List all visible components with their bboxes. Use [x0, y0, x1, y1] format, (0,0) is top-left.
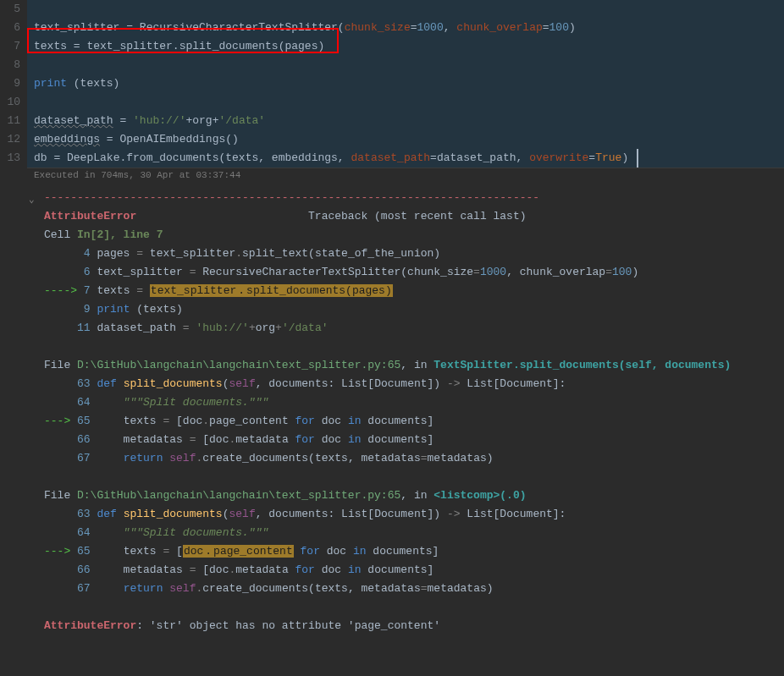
error-name-final: AttributeError — [44, 619, 136, 632]
execution-info: Executed in 704ms, 30 Apr at 03:37:44 — [27, 168, 784, 182]
line-number: 11 — [0, 112, 27, 130]
code-line-7[interactable]: texts = text_splitter.split_documents(pa… — [27, 37, 784, 56]
code-line-10[interactable] — [27, 93, 784, 112]
line-number: 12 — [0, 130, 27, 149]
chevron-down-icon[interactable]: ⌄ — [29, 194, 35, 205]
code-line-13[interactable]: db = DeepLake.from_documents(texts, embe… — [27, 149, 784, 168]
line-number: 9 — [0, 74, 27, 93]
code-line-12[interactable]: embeddings = OpenAIEmbeddings() — [27, 130, 784, 149]
line-number: 6 — [0, 19, 27, 37]
error-name: AttributeError — [44, 210, 136, 223]
code-line-5[interactable] — [27, 0, 784, 19]
code-line-8[interactable] — [27, 56, 784, 74]
output-panel[interactable]: ⌄ --------------------------------------… — [27, 182, 784, 676]
code-line-9[interactable]: print (texts) — [27, 74, 784, 93]
caret — [637, 149, 638, 168]
line-number: 5 — [0, 0, 27, 19]
code-editor[interactable]: 5 6 7 8 9 10 11 12 13 text_splitter = Re… — [0, 0, 784, 182]
line-number-gutter: 5 6 7 8 9 10 11 12 13 — [0, 0, 27, 168]
code-lines[interactable]: text_splitter = RecursiveCharacterTextSp… — [27, 0, 784, 168]
line-number: 13 — [0, 149, 27, 168]
separator: ----------------------------------------… — [44, 191, 539, 204]
code-line-6[interactable]: text_splitter = RecursiveCharacterTextSp… — [27, 19, 784, 37]
line-number: 8 — [0, 56, 27, 74]
line-number: 10 — [0, 93, 27, 112]
code-line-11[interactable]: dataset_path = 'hub://'+org+'/data' — [27, 112, 784, 130]
line-number: 7 — [0, 37, 27, 56]
